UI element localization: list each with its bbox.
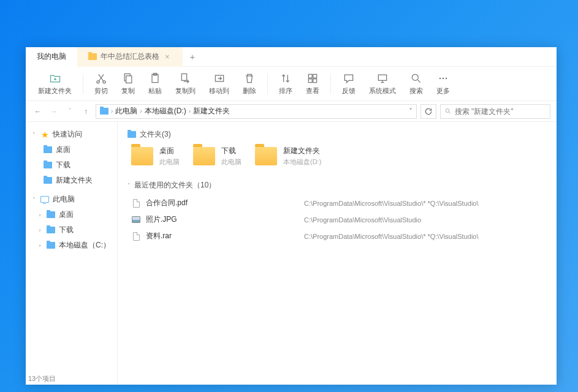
system-mode-button[interactable]: 系统模式 bbox=[363, 70, 402, 98]
feedback-icon bbox=[343, 72, 355, 85]
folder-icon bbox=[47, 227, 55, 233]
svg-rect-11 bbox=[313, 78, 317, 82]
file-row[interactable]: 资料.rarC:\ProgramData\Microsoft\VisualStu… bbox=[131, 230, 547, 243]
chevron-right-icon[interactable]: › bbox=[37, 212, 43, 218]
chevron-right-icon[interactable]: › bbox=[37, 243, 43, 249]
svg-rect-9 bbox=[313, 74, 317, 78]
svg-rect-12 bbox=[378, 75, 386, 80]
copy-icon bbox=[122, 72, 134, 85]
folder-icon bbox=[100, 108, 108, 115]
view-button[interactable]: 查看 bbox=[300, 70, 325, 98]
tab-bar: 我的电脑 年中总结汇总表格 × + bbox=[26, 47, 557, 67]
folder-icon bbox=[44, 146, 52, 153]
folder-sub: 本地磁盘(D:) bbox=[283, 157, 321, 167]
chevron-right-icon[interactable]: › bbox=[37, 227, 43, 233]
forward-button[interactable]: → bbox=[48, 105, 60, 118]
folder-sub: 此电脑 bbox=[221, 157, 241, 167]
view-icon bbox=[306, 72, 319, 85]
copy-button[interactable]: 复制 bbox=[115, 70, 141, 98]
copy-to-icon bbox=[180, 72, 192, 85]
recent-button[interactable]: ˅ bbox=[64, 105, 76, 118]
sidebar-item-quick-access[interactable]: ˅ ★ 快速访问 bbox=[26, 127, 117, 142]
tab-summary-sheet[interactable]: 年中总结汇总表格 × bbox=[77, 47, 183, 67]
breadcrumb-seg[interactable]: 新建文件夹 bbox=[193, 106, 230, 116]
svg-point-1 bbox=[103, 80, 105, 83]
refresh-icon bbox=[424, 107, 433, 116]
content-pane: 文件夹(3) 桌面此电脑下载此电脑新建文件夹本地磁盘(D:) ˅ 最近使用的文件… bbox=[118, 122, 557, 385]
close-icon[interactable]: × bbox=[163, 52, 172, 61]
add-tab-button[interactable]: + bbox=[183, 51, 203, 62]
move-to-button[interactable]: 移动到 bbox=[203, 70, 235, 98]
address-bar[interactable]: › 此电脑 › 本地磁盘(D:) › 新建文件夹 ˅ bbox=[96, 104, 417, 119]
file-name: 照片.JPG bbox=[146, 214, 299, 225]
svg-rect-10 bbox=[308, 78, 312, 82]
folder-icon bbox=[47, 242, 55, 249]
delete-icon bbox=[243, 72, 256, 85]
sort-button[interactable]: 排序 bbox=[273, 70, 299, 98]
tab-my-computer[interactable]: 我的电脑 bbox=[26, 47, 77, 67]
file-list: 合作合同.pdfC:\ProgramData\Microsoft\VisualS… bbox=[127, 197, 547, 243]
new-folder-button[interactable]: 新建文件夹 bbox=[32, 70, 78, 98]
sidebar-item-download[interactable]: 下载 bbox=[26, 157, 117, 173]
back-button[interactable]: ← bbox=[32, 105, 44, 118]
cut-icon bbox=[95, 72, 107, 85]
more-button[interactable]: 更多 bbox=[430, 70, 456, 98]
status-bar: 13个项目 bbox=[28, 374, 56, 383]
folder-icon bbox=[88, 53, 97, 60]
image-icon bbox=[132, 216, 140, 223]
folder-name: 桌面 bbox=[159, 146, 180, 156]
paste-button[interactable]: 粘贴 bbox=[142, 70, 168, 98]
new-folder-icon bbox=[49, 72, 61, 85]
document-icon bbox=[133, 199, 140, 208]
folder-tiles: 桌面此电脑下载此电脑新建文件夹本地磁盘(D:) bbox=[127, 146, 547, 167]
svg-point-17 bbox=[446, 109, 449, 113]
file-row[interactable]: 合作合同.pdfC:\ProgramData\Microsoft\VisualS… bbox=[131, 197, 547, 209]
chevron-down-icon[interactable]: ˅ bbox=[31, 197, 37, 203]
delete-button[interactable]: 删除 bbox=[237, 70, 262, 98]
tab-label: 年中总结汇总表格 bbox=[101, 51, 159, 62]
sidebar-item-localdisk[interactable]: › 本地磁盘（C:） bbox=[26, 238, 117, 253]
sidebar-item-desktop[interactable]: 桌面 bbox=[26, 142, 117, 157]
toolbar: 新建文件夹 剪切 复制 粘贴 复制到 移动到 删除 排序 bbox=[26, 67, 557, 101]
section-folders-header[interactable]: 文件夹(3) bbox=[127, 129, 547, 140]
svg-point-0 bbox=[97, 80, 99, 83]
section-recent-header[interactable]: ˅ 最近使用的文件夹（10） bbox=[127, 180, 547, 190]
chevron-down-icon[interactable]: ˅ bbox=[409, 107, 413, 116]
sidebar-item-desktop2[interactable]: › 桌面 bbox=[26, 207, 117, 222]
cut-button[interactable]: 剪切 bbox=[88, 70, 114, 98]
folder-icon bbox=[193, 147, 215, 165]
folder-icon bbox=[44, 177, 52, 184]
refresh-button[interactable] bbox=[420, 104, 436, 119]
feedback-button[interactable]: 反馈 bbox=[336, 70, 362, 98]
svg-point-13 bbox=[412, 74, 418, 80]
sidebar-item-download2[interactable]: › 下载 bbox=[26, 222, 117, 238]
search-box[interactable] bbox=[440, 104, 550, 119]
breadcrumb-seg[interactable]: 本地磁盘(D:) bbox=[145, 106, 186, 116]
move-to-icon bbox=[213, 72, 226, 85]
folder-icon bbox=[131, 147, 153, 165]
copy-to-button[interactable]: 复制到 bbox=[169, 70, 202, 98]
folder-tile[interactable]: 新建文件夹本地磁盘(D:) bbox=[255, 146, 321, 167]
folder-name: 新建文件夹 bbox=[283, 146, 321, 156]
paste-icon bbox=[149, 72, 161, 85]
breadcrumb-seg[interactable]: 此电脑 bbox=[115, 106, 137, 116]
sidebar-item-this-pc[interactable]: ˅ 此电脑 bbox=[26, 192, 117, 207]
file-path: C:\ProgramData\Microsoft\VisualStudio bbox=[304, 216, 421, 224]
chevron-down-icon[interactable]: ˅ bbox=[31, 132, 37, 138]
search-icon bbox=[410, 72, 422, 85]
chevron-down-icon[interactable]: ˅ bbox=[127, 183, 131, 189]
search-input[interactable] bbox=[455, 107, 546, 116]
folder-name: 下载 bbox=[221, 146, 241, 156]
svg-rect-3 bbox=[126, 75, 132, 83]
svg-point-15 bbox=[443, 77, 444, 79]
svg-rect-6 bbox=[181, 74, 186, 80]
sidebar-item-newfolder[interactable]: 新建文件夹 bbox=[26, 173, 117, 188]
folder-tile[interactable]: 桌面此电脑 bbox=[131, 146, 180, 167]
body: ˅ ★ 快速访问 桌面 下载 新建文件夹 ˅ 此电脑 › bbox=[26, 122, 557, 385]
up-button[interactable]: ↑ bbox=[80, 105, 92, 118]
folder-icon bbox=[255, 147, 277, 165]
folder-tile[interactable]: 下载此电脑 bbox=[193, 146, 241, 167]
search-button[interactable]: 搜索 bbox=[403, 70, 429, 98]
file-row[interactable]: 照片.JPGC:\ProgramData\Microsoft\VisualStu… bbox=[131, 213, 547, 226]
svg-point-16 bbox=[446, 77, 447, 79]
